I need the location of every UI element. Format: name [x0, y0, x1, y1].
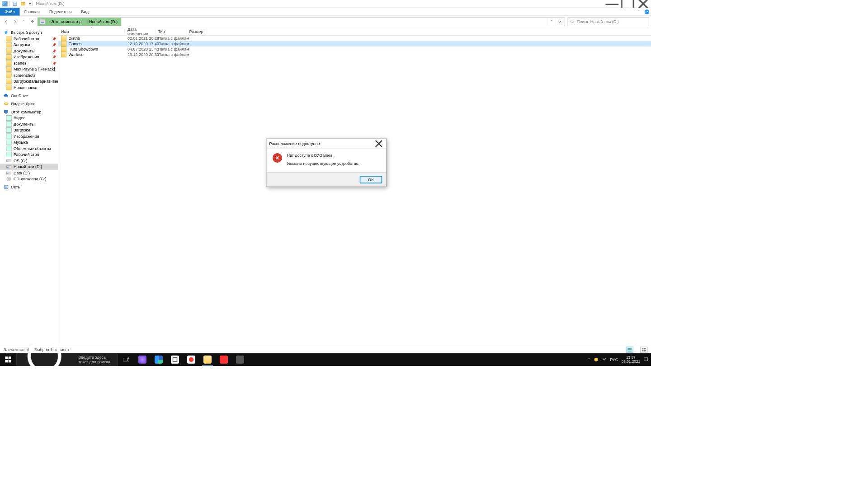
- tree-quick-item[interactable]: Изображения📌: [0, 54, 58, 60]
- chevron-right-icon: ›: [48, 19, 50, 24]
- folder-icon: [6, 61, 12, 66]
- list-item[interactable]: Games22.12.2020 17:43Папка с файлами: [58, 41, 651, 47]
- ribbon-collapse-icon[interactable]: ˅: [635, 8, 643, 15]
- qat-dropdown-icon[interactable]: ▾: [28, 1, 32, 7]
- tree-quick-access[interactable]: Быстрый доступ: [0, 29, 58, 36]
- taskbar-app-explorer[interactable]: [199, 353, 216, 366]
- maximize-button[interactable]: [620, 0, 636, 8]
- tree-quick-item[interactable]: Max Payne 2 [RePack]: [0, 66, 58, 72]
- svg-rect-23: [642, 348, 644, 349]
- svg-rect-34: [128, 360, 129, 361]
- folder-icon: [6, 48, 12, 54]
- taskbar-search[interactable]: Введите здесь текст для поиска: [16, 353, 118, 366]
- column-size[interactable]: Размер: [187, 28, 207, 35]
- library-icon: [6, 146, 12, 151]
- tree-quick-item[interactable]: Загрузки📌: [0, 42, 58, 48]
- list-item[interactable]: Distrib02.01.2021 20:26Папка с файлами: [58, 36, 651, 41]
- library-icon: [6, 134, 12, 139]
- svg-rect-26: [644, 350, 646, 351]
- tree-quick-item[interactable]: screenshots: [0, 72, 58, 79]
- navigation-tree[interactable]: Быстрый доступ Рабочий стол📌Загрузки📌Док…: [0, 28, 58, 353]
- tree-quick-item[interactable]: Рабочий стол📌: [0, 36, 58, 42]
- svg-rect-5: [605, 4, 618, 5]
- tree-quick-item[interactable]: scenes📌: [0, 60, 58, 66]
- window-title: Новый том (D:): [36, 1, 65, 6]
- tray-language[interactable]: РУС: [610, 357, 618, 362]
- taskbar: Введите здесь текст для поиска ˄ РУС 13:…: [0, 353, 651, 366]
- tab-view[interactable]: Вид: [76, 8, 93, 15]
- nav-up-button[interactable]: [28, 18, 37, 26]
- tree-pc-item[interactable]: Рабочий стол: [0, 151, 58, 158]
- column-name[interactable]: Имя ˄: [58, 28, 125, 35]
- tree-pc-item[interactable]: Объемные объекты: [0, 145, 58, 152]
- dialog-title: Расположение недоступно: [269, 141, 320, 146]
- tab-file[interactable]: Файл: [0, 8, 19, 15]
- svg-rect-33: [128, 357, 129, 359]
- tray-wifi-icon[interactable]: [602, 357, 607, 362]
- taskbar-app-ybrowser[interactable]: [183, 353, 199, 366]
- list-item[interactable]: Hunt Showdown04.07.2020 13:42Папка с фай…: [58, 47, 651, 52]
- tree-quick-item[interactable]: Новая папка: [0, 84, 58, 91]
- column-date[interactable]: Дата изменения: [125, 28, 156, 35]
- svg-rect-32: [123, 358, 127, 361]
- tree-pc-item[interactable]: Видео: [0, 115, 58, 121]
- tree-this-pc[interactable]: Этот компьютер: [0, 109, 58, 115]
- qat-properties-icon[interactable]: [12, 1, 18, 7]
- view-details-button[interactable]: [626, 347, 634, 353]
- tab-home[interactable]: Главная: [19, 8, 44, 15]
- tree-pc-item[interactable]: OS (C:): [0, 158, 58, 164]
- tree-pc-item[interactable]: Новый том (D:): [0, 164, 58, 170]
- tree-network[interactable]: Сеть: [0, 184, 58, 190]
- tree-pc-item[interactable]: Документы: [0, 121, 58, 127]
- column-type[interactable]: Тип: [156, 28, 187, 35]
- breadcrumb-root[interactable]: Этот компьютер: [51, 19, 81, 24]
- address-dropdown-button[interactable]: ˅: [547, 18, 556, 26]
- tray-clock[interactable]: 13:57 03.01.2021: [622, 356, 640, 364]
- tray-chevron-icon[interactable]: ˄: [588, 357, 590, 362]
- taskbar-app-yandex[interactable]: [216, 353, 232, 366]
- taskbar-app-store[interactable]: [167, 353, 183, 366]
- tree-quick-item[interactable]: Загрузки(альтернативные): [0, 78, 58, 84]
- start-button[interactable]: [0, 353, 16, 366]
- drive-icon: [6, 170, 12, 176]
- library-icon: [6, 115, 12, 121]
- breadcrumb-current[interactable]: Новый том (D:): [89, 19, 118, 24]
- tree-pc-item[interactable]: CD-дисковод (G:): [0, 176, 58, 182]
- tree-pc-item[interactable]: Загрузки: [0, 127, 58, 133]
- column-headers[interactable]: Имя ˄ Дата изменения Тип Размер: [58, 28, 651, 36]
- folder-icon: [6, 73, 12, 78]
- help-button[interactable]: ?: [643, 8, 651, 15]
- close-button[interactable]: [636, 0, 651, 8]
- qat-newfolder-icon[interactable]: [20, 1, 26, 7]
- svg-rect-14: [7, 167, 9, 168]
- tree-yandex-disk[interactable]: Яндекс.Диск: [0, 101, 58, 107]
- list-item[interactable]: Warface29.12.2020 20:33Папка с файлами: [58, 52, 651, 57]
- svg-rect-10: [5, 113, 7, 114]
- tab-share[interactable]: Поделиться: [44, 8, 76, 15]
- taskbar-app-edge[interactable]: [151, 353, 167, 366]
- svg-rect-11: [6, 160, 11, 162]
- tree-pc-item[interactable]: Data (E:): [0, 170, 58, 176]
- tree-pc-item[interactable]: Музыка: [0, 139, 58, 145]
- taskbar-app-obs[interactable]: [232, 353, 248, 366]
- view-large-icons-button[interactable]: [640, 347, 648, 353]
- task-view-button[interactable]: [118, 353, 134, 366]
- tray-security-icon[interactable]: [594, 357, 599, 362]
- nav-recent-dropdown[interactable]: ˅: [20, 18, 28, 26]
- minimize-button[interactable]: [604, 0, 620, 8]
- search-input[interactable]: Поиск: Новый том (D:): [568, 17, 649, 26]
- nav-back-button[interactable]: [2, 18, 10, 26]
- address-clear-button[interactable]: ×: [556, 18, 565, 26]
- tree-onedrive[interactable]: OneDrive: [0, 93, 58, 99]
- library-icon: [6, 127, 12, 133]
- address-bar[interactable]: ›Этот компьютер ›Новый том (D:) ˅ ×: [38, 17, 565, 26]
- dialog-close-button[interactable]: [374, 140, 383, 147]
- taskbar-app-alice[interactable]: [134, 353, 151, 366]
- tree-pc-item[interactable]: Изображения: [0, 133, 58, 140]
- tree-quick-item[interactable]: Документы📌: [0, 48, 58, 54]
- nav-forward-button[interactable]: [11, 18, 19, 26]
- svg-rect-22: [627, 351, 632, 352]
- dialog-ok-button[interactable]: OK: [360, 176, 382, 183]
- status-bar: Элементов: 4 Выбран 1 элемент: [0, 346, 651, 353]
- tray-notifications-icon[interactable]: [644, 357, 649, 362]
